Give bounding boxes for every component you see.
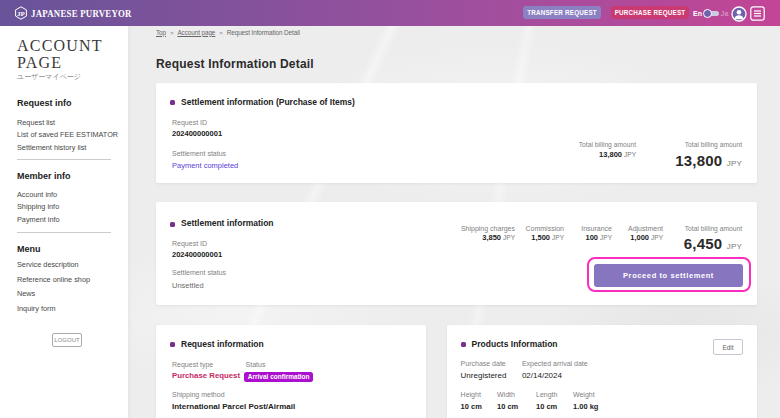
svg-text:JP: JP bbox=[17, 10, 26, 18]
